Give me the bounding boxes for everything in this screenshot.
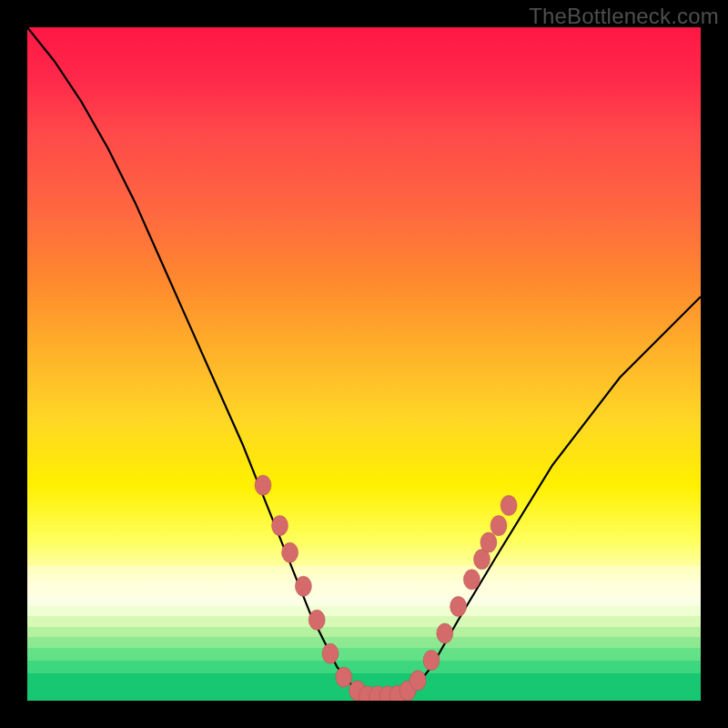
plot-area xyxy=(27,27,701,701)
chart-overlay-svg xyxy=(27,27,701,701)
hotspot-marker xyxy=(282,542,298,562)
hotspot-marker xyxy=(500,495,517,515)
hotspot-marker xyxy=(450,596,467,616)
hotspot-marker xyxy=(480,532,497,552)
hotspot-marker xyxy=(295,576,311,596)
watermark-text: TheBottleneck.com xyxy=(529,4,719,29)
chart-frame: TheBottleneck.com xyxy=(0,0,728,728)
hotspot-marker xyxy=(272,516,288,536)
hotspot-marker xyxy=(463,570,480,590)
hotspot-marker xyxy=(322,643,339,663)
hotspot-marker xyxy=(437,623,453,643)
hotspot-marker xyxy=(308,610,325,630)
hotspot-marker xyxy=(410,671,426,691)
bottleneck-curve xyxy=(27,27,701,697)
hotspot-marker xyxy=(336,667,352,687)
hotspot-marker xyxy=(255,475,271,495)
hotspot-marker xyxy=(490,516,507,536)
hotspot-marker xyxy=(423,651,440,671)
